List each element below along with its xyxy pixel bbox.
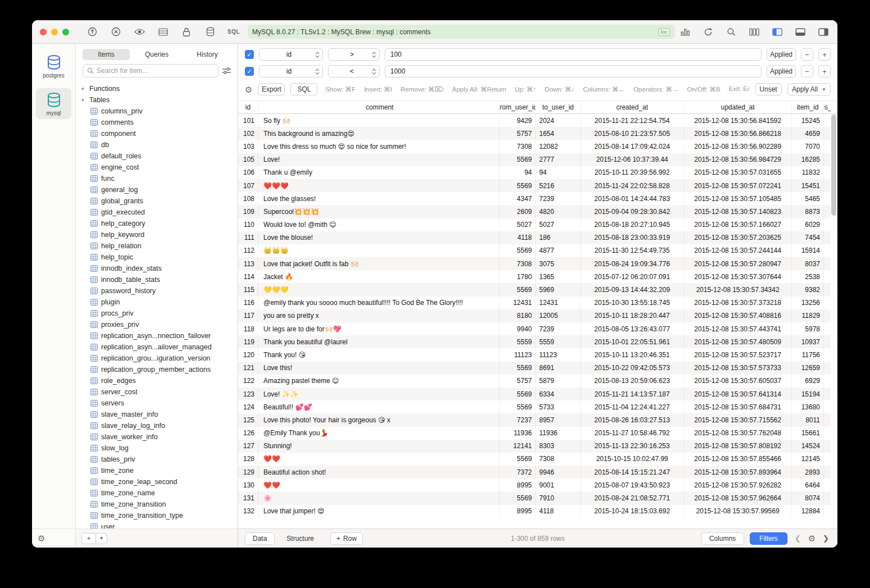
grid-cell[interactable]: ❤️❤️ xyxy=(258,478,500,491)
grid-cell[interactable]: Jacket 🔥 xyxy=(258,270,500,283)
sidebar-item-slave_worker_info[interactable]: slave_worker_info xyxy=(76,431,238,443)
grid-cell[interactable]: 2024 xyxy=(536,114,581,127)
grid-cell[interactable]: 9001 xyxy=(536,478,581,491)
zoom-window-button[interactable] xyxy=(62,29,69,35)
grid-cell[interactable]: 12659 xyxy=(792,362,824,375)
filter-column-select[interactable]: id xyxy=(259,48,323,61)
table-row[interactable]: 119Thank you beautiful @laurel5559555920… xyxy=(238,335,831,348)
group-tables[interactable]: ▾ Tables xyxy=(76,94,238,106)
table-row[interactable]: 116@emily thank you soooo much beautiful… xyxy=(238,297,831,309)
grid-cell[interactable]: 7237 xyxy=(500,413,536,426)
grid-cell[interactable]: 5757 xyxy=(500,375,536,388)
grid-cell[interactable]: 2015-12-08 15:30:57.893964 xyxy=(684,466,792,478)
grid-cell[interactable]: 128 xyxy=(238,453,258,466)
grid-cell[interactable]: 2015-08-05 13:26:43.077 xyxy=(581,322,684,335)
grid-cell[interactable]: ❤️❤️ xyxy=(258,453,500,466)
grid-cell[interactable]: 15194 xyxy=(792,388,824,400)
table-row[interactable]: 113Love that jacket! Outfit is fab 🙌🏻730… xyxy=(238,257,831,270)
table-row[interactable]: 111Love the blouse!41181862015-08-18 23:… xyxy=(238,231,831,244)
grid-cell[interactable]: 5569 xyxy=(500,388,536,400)
grid-cell[interactable]: 125 xyxy=(238,413,258,426)
sidebar-item-columns_priv[interactable]: columns_priv xyxy=(76,106,238,117)
grid-cell[interactable]: 2015-12-08 15:30:57.762048 xyxy=(684,427,792,440)
grid-cell[interactable] xyxy=(824,400,831,413)
grid-cell[interactable] xyxy=(824,505,831,518)
sidebar-item-help_relation[interactable]: help_relation xyxy=(76,240,238,252)
grid-cell[interactable]: 2015-12-08 15:30:57.443741 xyxy=(684,322,792,335)
column-header-id[interactable]: id xyxy=(238,101,258,113)
grid-cell[interactable] xyxy=(824,453,831,466)
grid-cell[interactable] xyxy=(824,297,831,309)
refresh-icon[interactable] xyxy=(702,26,714,38)
grid-cell[interactable]: 123 xyxy=(238,388,258,400)
grid-cell[interactable]: 7910 xyxy=(536,491,581,504)
grid-cell[interactable]: 15661 xyxy=(792,427,824,440)
grid-cell[interactable]: 131 xyxy=(238,491,258,504)
add-filter-button[interactable]: + xyxy=(818,48,831,61)
grid-cell[interactable]: 7239 xyxy=(536,192,581,205)
database-icon[interactable] xyxy=(204,26,216,38)
grid-cell[interactable] xyxy=(824,478,831,491)
table-row[interactable]: 101So fly 🙌🏻942920242015-11-21 22:12:54.… xyxy=(238,114,831,127)
grid-cell[interactable]: Love that jacket! Outfit is fab 🙌🏻 xyxy=(258,257,500,270)
sidebar-item-global_grants[interactable]: global_grants xyxy=(76,195,238,207)
grid-cell[interactable]: 7070 xyxy=(792,140,824,153)
grid-cell[interactable]: 11936 xyxy=(500,427,536,440)
grid-cell[interactable]: 2015-12-08 15:30:57.573733 xyxy=(684,362,792,375)
grid-cell[interactable]: Thank you beautiful @laurel xyxy=(258,335,500,348)
settings-gear-icon[interactable]: ⚙ xyxy=(38,534,45,543)
grid-cell[interactable]: 113 xyxy=(238,257,258,270)
grid-cell[interactable]: 105 xyxy=(238,153,258,166)
grid-cell[interactable]: 94 xyxy=(500,166,536,179)
grid-cell[interactable] xyxy=(824,127,831,140)
table-row[interactable]: 112👑👑👑556948772015-11-30 12:54:49.735201… xyxy=(238,244,831,257)
table-row[interactable]: 129Beautiful action shot!737299462015-08… xyxy=(238,466,831,478)
search-input[interactable] xyxy=(97,67,214,75)
grid-cell[interactable]: 11756 xyxy=(792,348,824,361)
column-header-is_[interactable]: is_ xyxy=(824,101,831,113)
sql-button[interactable]: SQL xyxy=(290,83,317,95)
sidebar-item-innodb_table_stats[interactable]: innodb_table_stats xyxy=(76,274,238,285)
grid-cell[interactable]: 127 xyxy=(238,440,258,453)
connect-icon[interactable] xyxy=(86,26,98,38)
sidebar-item-func[interactable]: func xyxy=(76,173,238,184)
column-header-item_id[interactable]: item_id xyxy=(792,101,824,113)
grid-cell[interactable]: 5569 xyxy=(500,179,536,192)
table-row[interactable]: 131🌸556979102015-08-24 21:08:52.7712015-… xyxy=(238,491,831,504)
grid-cell[interactable]: 12145 xyxy=(792,453,824,466)
table-row[interactable]: 103Love this dress so much 😍 so nice for… xyxy=(238,140,831,153)
page-next-icon[interactable]: ❯ xyxy=(821,534,831,543)
grid-cell[interactable]: Love this photo! Your hair is gorgeous 😘… xyxy=(258,413,500,426)
sidebar-item-component[interactable]: component xyxy=(76,128,238,139)
tab-structure[interactable]: Structure xyxy=(279,532,321,545)
table-row[interactable]: 106Thank u @emily94942015-10-11 20:39:56… xyxy=(238,166,831,179)
grid-cell[interactable]: 2015-11-30 12:54:49.735 xyxy=(581,244,684,257)
grid-cell[interactable] xyxy=(824,309,831,322)
sidebar-item-plugin[interactable]: plugin xyxy=(76,297,238,308)
remove-filter-button[interactable]: − xyxy=(801,65,813,78)
grid-cell[interactable] xyxy=(824,166,831,179)
grid-cell[interactable]: 7308 xyxy=(500,140,536,153)
grid-cell[interactable]: Love this! xyxy=(258,362,500,375)
grid-cell[interactable]: 2015-10-15 10:02:47.99 xyxy=(581,453,684,466)
grid-cell[interactable]: 2015-12-06 10:37:39.44 xyxy=(581,153,684,166)
table-row[interactable]: 123Love! ✨✨556963342015-11-21 14:13:57.1… xyxy=(238,388,831,400)
grid-cell[interactable]: 5569 xyxy=(500,362,536,375)
add-filter-button[interactable]: + xyxy=(818,65,831,78)
grid-cell[interactable]: Love the glasses! xyxy=(258,192,500,205)
grid-cell[interactable]: 2015-12-08 15:30:57.715562 xyxy=(684,413,792,426)
grid-cell[interactable]: 8957 xyxy=(536,413,581,426)
grid-cell[interactable]: Love! ✨✨ xyxy=(258,388,500,400)
sidebar-item-replication_asyn...ailover_managed[interactable]: replication_asyn...ailover_managed xyxy=(76,341,238,353)
sidebar-item-tables_priv[interactable]: tables_priv xyxy=(76,454,238,465)
grid-cell[interactable]: 12884 xyxy=(792,505,824,518)
grid-cell[interactable]: 2015-12-08 15:30:57.105485 xyxy=(684,192,792,205)
table-row[interactable]: 110Would love to! @mith 😊502750272015-08… xyxy=(238,218,831,231)
table-row[interactable]: 124Beautiful!! 💕💕556957332015-11-04 12:2… xyxy=(238,400,831,413)
grid-cell[interactable]: 109 xyxy=(238,205,258,218)
grid-cell[interactable]: 8995 xyxy=(500,478,536,491)
tab-data[interactable]: Data xyxy=(245,532,275,545)
grid-cell[interactable] xyxy=(824,218,831,231)
grid-cell[interactable]: 2015-08-14 15:15:21.247 xyxy=(581,466,684,478)
grid-cell[interactable]: 2015-12-08 15:30:57.373218 xyxy=(684,297,792,309)
